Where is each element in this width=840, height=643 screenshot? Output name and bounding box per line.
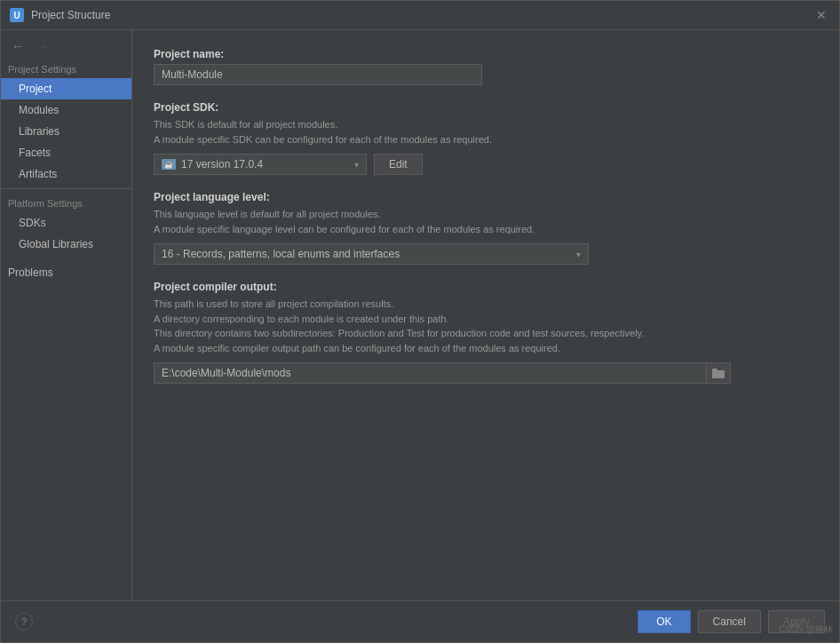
sdk-edit-button[interactable]: Edit — [374, 154, 423, 175]
language-level-dropdown[interactable]: 16 - Records, patterns, local enums and … — [154, 243, 589, 265]
sidebar-item-facets[interactable]: Facets — [1, 142, 131, 163]
ok-button[interactable]: OK — [638, 610, 690, 633]
sidebar-item-libraries[interactable]: Libraries — [1, 121, 131, 142]
project-name-input[interactable] — [154, 64, 482, 85]
compiler-output-desc: This path is used to store all project c… — [154, 297, 818, 355]
sidebar: ← → Project Settings Project Modules Lib… — [1, 30, 132, 600]
footer-left: ? — [15, 613, 630, 631]
sidebar-item-problems[interactable]: Problems — [1, 262, 131, 283]
project-structure-dialog: U Project Structure ✕ ← → Project Settin… — [0, 0, 840, 643]
compiler-output-input[interactable] — [155, 363, 706, 383]
app-icon: U — [10, 8, 24, 22]
folder-browse-button[interactable] — [706, 364, 730, 382]
svg-rect-1 — [712, 369, 717, 371]
help-button[interactable]: ? — [15, 613, 33, 631]
close-button[interactable]: ✕ — [812, 6, 830, 24]
watermark: CSDN @稀林 — [779, 623, 833, 636]
svg-rect-0 — [712, 370, 725, 378]
project-name-label: Project name: — [154, 48, 818, 60]
dialog-title: Project Structure — [31, 9, 805, 21]
sdk-dropdown[interactable]: ☕ 17 version 17.0.4 ▾ — [154, 154, 367, 175]
sidebar-item-artifacts[interactable]: Artifacts — [1, 163, 131, 185]
language-level-desc: This language level is default for all p… — [154, 207, 818, 236]
sidebar-item-modules[interactable]: Modules — [1, 99, 131, 121]
back-button[interactable]: ← — [8, 37, 28, 55]
language-level-label: Project language level: — [154, 191, 818, 203]
compiler-output-label: Project compiler output: — [154, 281, 818, 293]
sdk-row: ☕ 17 version 17.0.4 ▾ Edit — [154, 154, 818, 175]
sdk-dropdown-arrow: ▾ — [354, 160, 359, 170]
project-sdk-desc: This SDK is default for all project modu… — [154, 117, 818, 147]
language-dropdown-arrow: ▾ — [576, 250, 581, 259]
sdk-icon: ☕ — [162, 159, 176, 170]
folder-icon — [712, 368, 725, 378]
sidebar-divider — [1, 188, 131, 189]
cancel-button[interactable]: Cancel — [698, 610, 761, 633]
title-bar: U Project Structure ✕ — [1, 1, 839, 30]
sidebar-item-sdks[interactable]: SDKs — [1, 212, 131, 234]
forward-button[interactable]: → — [33, 37, 52, 55]
dialog-footer: ? OK Cancel Apply — [1, 600, 839, 642]
compiler-output-row — [154, 362, 731, 384]
project-sdk-label: Project SDK: — [154, 101, 818, 114]
nav-back-forward: ← → — [1, 34, 131, 59]
main-panel: Project name: Project SDK: This SDK is d… — [132, 30, 839, 600]
project-settings-header: Project Settings — [1, 59, 131, 78]
platform-settings-header: Platform Settings — [1, 193, 131, 212]
content-area: ← → Project Settings Project Modules Lib… — [1, 30, 839, 600]
sidebar-item-project[interactable]: Project — [1, 78, 131, 99]
sidebar-item-global-libraries[interactable]: Global Libraries — [1, 234, 131, 255]
